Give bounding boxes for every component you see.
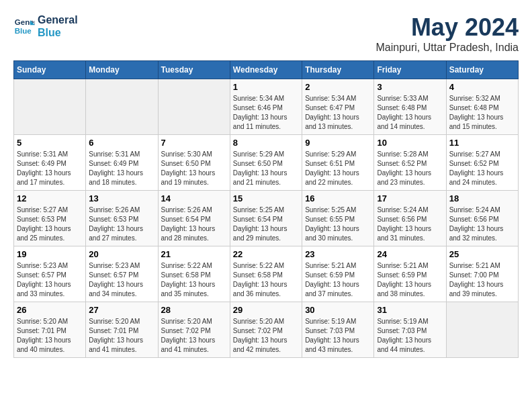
day-info: Sunrise: 5:24 AMSunset: 6:56 PMDaylight:… <box>449 205 515 243</box>
calendar-cell: 24Sunrise: 5:21 AMSunset: 6:59 PMDayligh… <box>374 246 446 302</box>
week-row-1: 1Sunrise: 5:34 AMSunset: 6:46 PMDaylight… <box>14 79 519 135</box>
day-number: 1 <box>233 82 299 92</box>
day-number: 30 <box>305 305 371 315</box>
day-info: Sunrise: 5:29 AMSunset: 6:50 PMDaylight:… <box>233 150 299 187</box>
calendar-cell: 22Sunrise: 5:22 AMSunset: 6:58 PMDayligh… <box>230 246 302 302</box>
day-info: Sunrise: 5:24 AMSunset: 6:56 PMDaylight:… <box>377 205 443 243</box>
weekday-header-sunday: Sunday <box>14 61 86 79</box>
weekday-header-saturday: Saturday <box>446 61 518 79</box>
calendar-cell: 28Sunrise: 5:20 AMSunset: 7:02 PMDayligh… <box>158 302 230 358</box>
day-info: Sunrise: 5:20 AMSunset: 7:02 PMDaylight:… <box>233 317 299 355</box>
calendar-cell: 3Sunrise: 5:33 AMSunset: 6:48 PMDaylight… <box>374 79 446 135</box>
day-info: Sunrise: 5:29 AMSunset: 6:51 PMDaylight:… <box>305 150 371 187</box>
main-title: May 2024 <box>375 13 519 42</box>
week-row-4: 19Sunrise: 5:23 AMSunset: 6:57 PMDayligh… <box>14 246 519 302</box>
day-number: 11 <box>449 138 515 148</box>
day-number: 15 <box>233 193 299 203</box>
day-number: 29 <box>233 305 299 315</box>
weekday-header-monday: Monday <box>86 61 158 79</box>
week-row-5: 26Sunrise: 5:20 AMSunset: 7:01 PMDayligh… <box>14 302 519 358</box>
calendar-cell: 16Sunrise: 5:25 AMSunset: 6:55 PMDayligh… <box>302 191 374 246</box>
day-info: Sunrise: 5:31 AMSunset: 6:49 PMDaylight:… <box>89 150 154 187</box>
day-info: Sunrise: 5:21 AMSunset: 6:59 PMDaylight:… <box>305 261 371 299</box>
day-number: 9 <box>305 138 371 148</box>
calendar-cell: 8Sunrise: 5:29 AMSunset: 6:50 PMDaylight… <box>230 135 302 191</box>
calendar-cell: 12Sunrise: 5:27 AMSunset: 6:53 PMDayligh… <box>14 191 86 246</box>
calendar-cell: 21Sunrise: 5:22 AMSunset: 6:58 PMDayligh… <box>158 246 230 302</box>
header: General Blue General Blue May 2024 Mainp… <box>13 13 519 54</box>
calendar-cell: 25Sunrise: 5:21 AMSunset: 7:00 PMDayligh… <box>446 246 518 302</box>
weekday-header-wednesday: Wednesday <box>230 61 302 79</box>
week-row-2: 5Sunrise: 5:31 AMSunset: 6:49 PMDaylight… <box>14 135 519 191</box>
day-info: Sunrise: 5:34 AMSunset: 6:46 PMDaylight:… <box>233 94 299 132</box>
day-info: Sunrise: 5:20 AMSunset: 7:01 PMDaylight:… <box>17 317 83 355</box>
day-number: 13 <box>89 193 154 203</box>
calendar-cell: 17Sunrise: 5:24 AMSunset: 6:56 PMDayligh… <box>374 191 446 246</box>
day-number: 31 <box>377 305 443 315</box>
calendar-cell <box>446 302 518 358</box>
logo-blue: Blue <box>38 26 78 39</box>
calendar-cell: 9Sunrise: 5:29 AMSunset: 6:51 PMDaylight… <box>302 135 374 191</box>
day-info: Sunrise: 5:28 AMSunset: 6:52 PMDaylight:… <box>377 150 443 187</box>
day-info: Sunrise: 5:21 AMSunset: 7:00 PMDaylight:… <box>449 261 515 299</box>
calendar-cell: 6Sunrise: 5:31 AMSunset: 6:49 PMDaylight… <box>86 135 158 191</box>
day-info: Sunrise: 5:22 AMSunset: 6:58 PMDaylight:… <box>161 261 227 299</box>
day-number: 5 <box>17 138 83 148</box>
day-info: Sunrise: 5:19 AMSunset: 7:03 PMDaylight:… <box>305 317 371 355</box>
day-info: Sunrise: 5:25 AMSunset: 6:54 PMDaylight:… <box>233 205 299 243</box>
day-info: Sunrise: 5:22 AMSunset: 6:58 PMDaylight:… <box>233 261 299 299</box>
day-info: Sunrise: 5:27 AMSunset: 6:53 PMDaylight:… <box>17 205 83 243</box>
day-number: 2 <box>305 82 371 92</box>
day-number: 10 <box>377 138 443 148</box>
day-number: 6 <box>89 138 154 148</box>
day-info: Sunrise: 5:30 AMSunset: 6:50 PMDaylight:… <box>161 150 227 187</box>
day-info: Sunrise: 5:26 AMSunset: 6:54 PMDaylight:… <box>161 205 227 243</box>
day-info: Sunrise: 5:25 AMSunset: 6:55 PMDaylight:… <box>305 205 371 243</box>
calendar-cell: 20Sunrise: 5:23 AMSunset: 6:57 PMDayligh… <box>86 246 158 302</box>
title-area: May 2024 Mainpuri, Uttar Pradesh, India <box>375 13 519 54</box>
day-number: 18 <box>449 193 515 203</box>
day-number: 25 <box>449 249 515 259</box>
day-info: Sunrise: 5:26 AMSunset: 6:53 PMDaylight:… <box>89 205 154 243</box>
day-info: Sunrise: 5:23 AMSunset: 6:57 PMDaylight:… <box>89 261 154 299</box>
calendar-cell: 31Sunrise: 5:19 AMSunset: 7:03 PMDayligh… <box>374 302 446 358</box>
subtitle: Mainpuri, Uttar Pradesh, India <box>375 42 519 54</box>
calendar-cell <box>14 79 86 135</box>
day-number: 28 <box>161 305 227 315</box>
day-number: 19 <box>17 249 83 259</box>
day-info: Sunrise: 5:31 AMSunset: 6:49 PMDaylight:… <box>17 150 83 187</box>
day-number: 26 <box>17 305 83 315</box>
calendar-cell: 10Sunrise: 5:28 AMSunset: 6:52 PMDayligh… <box>374 135 446 191</box>
day-number: 12 <box>17 193 83 203</box>
calendar-cell: 26Sunrise: 5:20 AMSunset: 7:01 PMDayligh… <box>14 302 86 358</box>
day-info: Sunrise: 5:33 AMSunset: 6:48 PMDaylight:… <box>377 94 443 132</box>
day-number: 8 <box>233 138 299 148</box>
calendar-cell: 29Sunrise: 5:20 AMSunset: 7:02 PMDayligh… <box>230 302 302 358</box>
weekday-header-friday: Friday <box>374 61 446 79</box>
day-info: Sunrise: 5:32 AMSunset: 6:48 PMDaylight:… <box>449 94 515 132</box>
day-info: Sunrise: 5:21 AMSunset: 6:59 PMDaylight:… <box>377 261 443 299</box>
calendar-cell: 11Sunrise: 5:27 AMSunset: 6:52 PMDayligh… <box>446 135 518 191</box>
day-info: Sunrise: 5:34 AMSunset: 6:47 PMDaylight:… <box>305 94 371 132</box>
day-number: 22 <box>233 249 299 259</box>
day-number: 27 <box>89 305 154 315</box>
calendar-cell <box>158 79 230 135</box>
day-info: Sunrise: 5:27 AMSunset: 6:52 PMDaylight:… <box>449 150 515 187</box>
day-number: 23 <box>305 249 371 259</box>
calendar-cell: 18Sunrise: 5:24 AMSunset: 6:56 PMDayligh… <box>446 191 518 246</box>
logo: General Blue General Blue <box>13 13 78 39</box>
day-info: Sunrise: 5:19 AMSunset: 7:03 PMDaylight:… <box>377 317 443 355</box>
day-number: 7 <box>161 138 227 148</box>
day-number: 21 <box>161 249 227 259</box>
logo-icon: General Blue <box>13 15 35 37</box>
calendar-cell: 1Sunrise: 5:34 AMSunset: 6:46 PMDaylight… <box>230 79 302 135</box>
weekday-header-tuesday: Tuesday <box>158 61 230 79</box>
weekday-header-row: SundayMondayTuesdayWednesdayThursdayFrid… <box>14 61 519 79</box>
calendar-cell: 30Sunrise: 5:19 AMSunset: 7:03 PMDayligh… <box>302 302 374 358</box>
calendar-cell: 13Sunrise: 5:26 AMSunset: 6:53 PMDayligh… <box>86 191 158 246</box>
calendar-cell <box>86 79 158 135</box>
day-number: 4 <box>449 82 515 92</box>
day-number: 16 <box>305 193 371 203</box>
day-number: 14 <box>161 193 227 203</box>
day-number: 17 <box>377 193 443 203</box>
